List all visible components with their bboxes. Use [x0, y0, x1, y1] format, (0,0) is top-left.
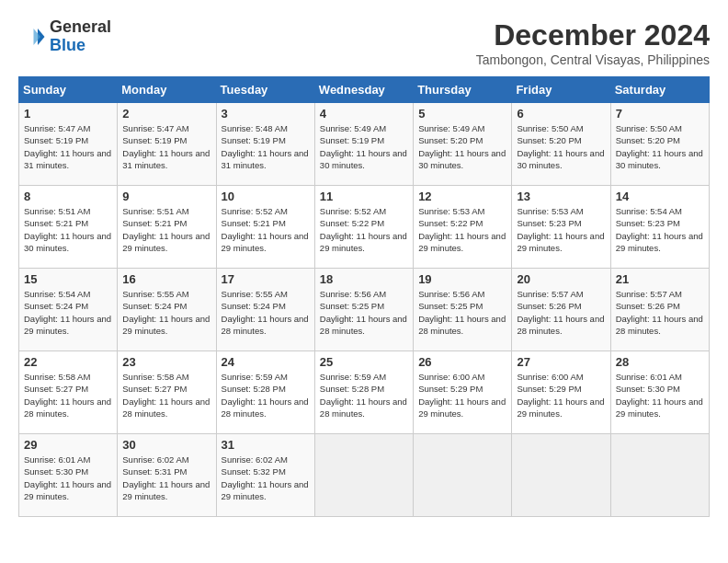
day-number: 3: [222, 107, 310, 121]
table-row: 29 Sunrise: 6:01 AMSunset: 5:30 PMDaylig…: [19, 434, 118, 517]
table-row: 8 Sunrise: 5:51 AMSunset: 5:21 PMDayligh…: [19, 186, 118, 269]
calendar-table: Sunday Monday Tuesday Wednesday Thursday…: [18, 76, 710, 517]
day-detail: Sunrise: 5:56 AMSunset: 5:25 PMDaylight:…: [320, 288, 408, 337]
day-detail: Sunrise: 6:00 AMSunset: 5:29 PMDaylight:…: [517, 371, 605, 419]
table-row: 9 Sunrise: 5:51 AMSunset: 5:21 PMDayligh…: [118, 186, 216, 269]
day-number: 8: [24, 190, 112, 203]
day-number: 27: [517, 355, 605, 369]
day-number: 13: [517, 190, 605, 203]
table-row: 7 Sunrise: 5:50 AMSunset: 5:20 PMDayligh…: [610, 103, 709, 186]
logo-icon: [18, 23, 46, 51]
calendar-week-row: 15 Sunrise: 5:54 AMSunset: 5:24 PMDaylig…: [19, 269, 710, 351]
table-row: 24 Sunrise: 5:59 AMSunset: 5:28 PMDaylig…: [216, 351, 314, 434]
day-number: 12: [418, 190, 506, 203]
day-number: 25: [320, 355, 408, 369]
table-row: 10 Sunrise: 5:52 AMSunset: 5:21 PMDaylig…: [216, 186, 314, 269]
day-number: 15: [24, 272, 112, 286]
day-detail: Sunrise: 5:58 AMSunset: 5:27 PMDaylight:…: [24, 371, 112, 419]
day-detail: Sunrise: 5:59 AMSunset: 5:28 PMDaylight:…: [320, 371, 408, 419]
table-row: [610, 434, 709, 517]
calendar-week-row: 22 Sunrise: 5:58 AMSunset: 5:27 PMDaylig…: [19, 351, 710, 434]
table-row: 25 Sunrise: 5:59 AMSunset: 5:28 PMDaylig…: [314, 351, 413, 434]
day-detail: Sunrise: 5:50 AMSunset: 5:20 PMDaylight:…: [517, 122, 605, 171]
table-row: 13 Sunrise: 5:53 AMSunset: 5:23 PMDaylig…: [512, 186, 610, 269]
table-row: 18 Sunrise: 5:56 AMSunset: 5:25 PMDaylig…: [314, 269, 413, 351]
logo-text: General Blue: [50, 18, 111, 55]
day-number: 20: [517, 272, 605, 286]
day-number: 18: [320, 272, 408, 286]
day-detail: Sunrise: 5:47 AMSunset: 5:19 PMDaylight:…: [24, 122, 112, 171]
day-number: 9: [122, 190, 210, 203]
day-detail: Sunrise: 5:50 AMSunset: 5:20 PMDaylight:…: [616, 122, 704, 171]
day-detail: Sunrise: 6:01 AMSunset: 5:30 PMDaylight:…: [24, 454, 112, 502]
day-number: 23: [122, 355, 210, 369]
calendar-header-row: Sunday Monday Tuesday Wednesday Thursday…: [19, 77, 710, 103]
table-row: 28 Sunrise: 6:01 AMSunset: 5:30 PMDaylig…: [610, 351, 709, 434]
table-row: [414, 434, 512, 517]
calendar-week-row: 29 Sunrise: 6:01 AMSunset: 5:30 PMDaylig…: [19, 434, 710, 517]
table-row: 21 Sunrise: 5:57 AMSunset: 5:26 PMDaylig…: [610, 269, 709, 351]
day-number: 10: [222, 190, 310, 203]
location-subtitle: Tambongon, Central Visayas, Philippines: [476, 52, 710, 67]
day-detail: Sunrise: 6:02 AMSunset: 5:32 PMDaylight:…: [222, 454, 310, 502]
day-number: 17: [222, 272, 310, 286]
day-number: 29: [24, 438, 112, 452]
day-detail: Sunrise: 5:49 AMSunset: 5:19 PMDaylight:…: [320, 122, 408, 171]
day-detail: Sunrise: 5:57 AMSunset: 5:26 PMDaylight:…: [616, 288, 704, 337]
day-detail: Sunrise: 5:56 AMSunset: 5:25 PMDaylight:…: [418, 288, 506, 337]
day-number: 19: [418, 272, 506, 286]
day-detail: Sunrise: 5:59 AMSunset: 5:28 PMDaylight:…: [222, 371, 310, 419]
calendar-week-row: 8 Sunrise: 5:51 AMSunset: 5:21 PMDayligh…: [19, 186, 710, 269]
day-number: 4: [320, 107, 408, 121]
table-row: 16 Sunrise: 5:55 AMSunset: 5:24 PMDaylig…: [118, 269, 216, 351]
day-number: 24: [222, 355, 310, 369]
table-row: 5 Sunrise: 5:49 AMSunset: 5:20 PMDayligh…: [414, 103, 512, 186]
day-detail: Sunrise: 5:55 AMSunset: 5:24 PMDaylight:…: [122, 288, 210, 337]
table-row: 11 Sunrise: 5:52 AMSunset: 5:22 PMDaylig…: [314, 186, 413, 269]
day-detail: Sunrise: 5:51 AMSunset: 5:21 PMDaylight:…: [24, 205, 112, 254]
col-monday: Monday: [118, 77, 216, 103]
table-row: 2 Sunrise: 5:47 AMSunset: 5:19 PMDayligh…: [118, 103, 216, 186]
day-number: 26: [418, 355, 506, 369]
table-row: [314, 434, 413, 517]
day-detail: Sunrise: 5:54 AMSunset: 5:24 PMDaylight:…: [24, 288, 112, 337]
day-detail: Sunrise: 5:53 AMSunset: 5:23 PMDaylight:…: [517, 205, 605, 254]
day-number: 1: [24, 107, 112, 121]
col-friday: Friday: [512, 77, 610, 103]
col-tuesday: Tuesday: [216, 77, 314, 103]
table-row: 1 Sunrise: 5:47 AMSunset: 5:19 PMDayligh…: [19, 103, 118, 186]
day-detail: Sunrise: 5:47 AMSunset: 5:19 PMDaylight:…: [122, 122, 210, 171]
table-row: 23 Sunrise: 5:58 AMSunset: 5:27 PMDaylig…: [118, 351, 216, 434]
col-sunday: Sunday: [19, 77, 118, 103]
table-row: 6 Sunrise: 5:50 AMSunset: 5:20 PMDayligh…: [512, 103, 610, 186]
day-detail: Sunrise: 6:01 AMSunset: 5:30 PMDaylight:…: [616, 371, 704, 419]
day-number: 31: [222, 438, 310, 452]
day-detail: Sunrise: 5:53 AMSunset: 5:22 PMDaylight:…: [418, 205, 506, 254]
table-row: 22 Sunrise: 5:58 AMSunset: 5:27 PMDaylig…: [19, 351, 118, 434]
calendar-week-row: 1 Sunrise: 5:47 AMSunset: 5:19 PMDayligh…: [19, 103, 710, 186]
day-number: 5: [418, 107, 506, 121]
page-header: General Blue December 2024 Tambongon, Ce…: [18, 18, 710, 67]
col-thursday: Thursday: [414, 77, 512, 103]
day-detail: Sunrise: 5:58 AMSunset: 5:27 PMDaylight:…: [122, 371, 210, 419]
table-row: [512, 434, 610, 517]
day-number: 2: [122, 107, 210, 121]
table-row: 26 Sunrise: 6:00 AMSunset: 5:29 PMDaylig…: [414, 351, 512, 434]
table-row: 12 Sunrise: 5:53 AMSunset: 5:22 PMDaylig…: [414, 186, 512, 269]
day-number: 11: [320, 190, 408, 203]
day-detail: Sunrise: 5:51 AMSunset: 5:21 PMDaylight:…: [122, 205, 210, 254]
col-saturday: Saturday: [610, 77, 709, 103]
day-number: 14: [616, 190, 704, 203]
day-detail: Sunrise: 5:52 AMSunset: 5:22 PMDaylight:…: [320, 205, 408, 254]
table-row: 15 Sunrise: 5:54 AMSunset: 5:24 PMDaylig…: [19, 269, 118, 351]
month-year-title: December 2024: [476, 18, 710, 52]
table-row: 30 Sunrise: 6:02 AMSunset: 5:31 PMDaylig…: [118, 434, 216, 517]
table-row: 27 Sunrise: 6:00 AMSunset: 5:29 PMDaylig…: [512, 351, 610, 434]
table-row: 20 Sunrise: 5:57 AMSunset: 5:26 PMDaylig…: [512, 269, 610, 351]
table-row: 19 Sunrise: 5:56 AMSunset: 5:25 PMDaylig…: [414, 269, 512, 351]
table-row: 3 Sunrise: 5:48 AMSunset: 5:19 PMDayligh…: [216, 103, 314, 186]
table-row: 14 Sunrise: 5:54 AMSunset: 5:23 PMDaylig…: [610, 186, 709, 269]
table-row: 31 Sunrise: 6:02 AMSunset: 5:32 PMDaylig…: [216, 434, 314, 517]
table-row: 4 Sunrise: 5:49 AMSunset: 5:19 PMDayligh…: [314, 103, 413, 186]
day-number: 6: [517, 107, 605, 121]
